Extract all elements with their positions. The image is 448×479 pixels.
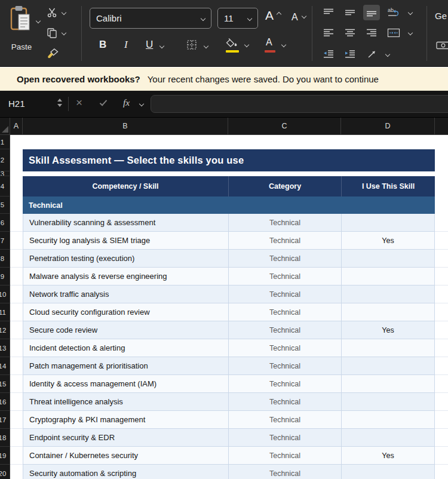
header-i-use-this-skill[interactable]: I Use This Skill — [341, 176, 435, 196]
row-header[interactable]: 5 — [0, 196, 10, 214]
skill-cell[interactable]: Secure code review — [23, 321, 228, 339]
row-header[interactable]: 17 — [0, 411, 10, 429]
row-header[interactable]: 15 — [0, 375, 10, 393]
cancel-button[interactable]: × — [76, 96, 82, 109]
category-cell[interactable]: Technical — [228, 393, 341, 410]
category-cell[interactable]: Technical — [228, 357, 341, 374]
use-skill-cell[interactable] — [341, 375, 435, 392]
row-header[interactable]: 6 — [0, 214, 10, 232]
row-header[interactable]: 4 — [0, 176, 10, 196]
header-category[interactable]: Category — [228, 176, 341, 196]
row-header[interactable]: 2 — [0, 149, 10, 171]
use-skill-cell[interactable] — [341, 339, 435, 357]
category-cell[interactable]: Technical — [228, 339, 341, 357]
align-left-button[interactable] — [320, 25, 337, 41]
skill-cell[interactable]: Malware analysis & reverse engineering — [23, 268, 228, 285]
skill-cell[interactable]: Patch management & prioritisation — [23, 357, 228, 374]
row-header[interactable]: 3 — [0, 171, 10, 176]
use-skill-cell[interactable] — [341, 465, 435, 479]
use-skill-cell[interactable] — [341, 411, 435, 428]
category-cell[interactable]: Technical — [228, 465, 341, 479]
use-skill-cell[interactable] — [341, 357, 435, 374]
skill-cell[interactable]: Threat intelligence analysis — [23, 393, 228, 410]
decrease-font-size-button[interactable]: A — [289, 10, 309, 29]
formula-input[interactable] — [151, 95, 448, 113]
fill-color-button[interactable] — [222, 36, 254, 56]
increase-font-size-button[interactable]: A — [263, 7, 284, 29]
row-header[interactable]: 8 — [0, 250, 10, 268]
row-header[interactable]: 7 — [0, 232, 10, 250]
align-bottom-button[interactable] — [363, 5, 380, 20]
column-header-e-partial[interactable] — [435, 118, 448, 134]
skill-cell[interactable]: Endpoint security & EDR — [23, 429, 228, 446]
copy-button[interactable] — [43, 25, 70, 42]
name-box[interactable]: H21 — [0, 91, 25, 117]
row-header[interactable]: 12 — [0, 321, 10, 339]
decrease-indent-button[interactable] — [320, 47, 337, 62]
wrap-text-button[interactable]: ab — [385, 5, 416, 22]
category-cell[interactable]: Technical — [228, 214, 341, 231]
italic-button[interactable]: I — [119, 37, 134, 55]
row-header[interactable]: 11 — [0, 303, 10, 321]
skill-cell[interactable]: Security automation & scripting — [23, 465, 228, 479]
row-header[interactable]: 18 — [0, 429, 10, 447]
number-format-select[interactable]: Ge — [435, 11, 448, 27]
skill-cell[interactable]: Network traffic analysis — [23, 285, 228, 303]
row-header[interactable]: 19 — [0, 447, 10, 465]
sheet-title-cell[interactable]: Skill Assessment — Select the skills you… — [23, 149, 435, 171]
column-header-d[interactable]: D — [341, 118, 435, 134]
use-skill-cell[interactable] — [341, 214, 435, 231]
align-right-button[interactable] — [363, 25, 380, 41]
row-header[interactable]: 16 — [0, 393, 10, 411]
category-cell[interactable]: Technical — [228, 303, 341, 321]
column-header-c[interactable]: C — [228, 118, 341, 134]
align-middle-button[interactable] — [342, 5, 358, 20]
orientation-button[interactable] — [363, 47, 394, 62]
bold-button[interactable]: B — [96, 37, 112, 55]
row-header[interactable]: 9 — [0, 268, 10, 285]
align-top-button[interactable] — [320, 5, 337, 20]
enter-button[interactable] — [100, 99, 107, 106]
skill-cell[interactable]: Incident detection & alerting — [23, 339, 228, 357]
skill-cell[interactable]: Vulnerability scanning & assessment — [23, 214, 228, 231]
merge-center-button[interactable] — [385, 25, 416, 41]
skill-cell[interactable]: Container / Kubernetes security — [23, 447, 228, 464]
category-cell[interactable]: Technical — [228, 250, 341, 267]
skill-cell[interactable]: Security log analysis & SIEM triage — [23, 232, 228, 249]
category-cell[interactable]: Technical — [228, 321, 341, 339]
borders-button[interactable] — [183, 37, 214, 55]
category-cell[interactable]: Technical — [228, 429, 341, 446]
cut-button[interactable] — [43, 5, 70, 22]
select-all-corner[interactable] — [0, 118, 10, 134]
row-header[interactable]: 10 — [0, 285, 10, 303]
skill-cell[interactable]: Cryptography & PKI management — [23, 411, 228, 428]
use-skill-cell[interactable]: Yes — [341, 232, 435, 249]
row-header[interactable]: 20 — [0, 465, 10, 479]
category-cell[interactable]: Technical — [228, 285, 341, 303]
use-skill-cell[interactable] — [341, 268, 435, 285]
column-header-a[interactable]: A — [10, 118, 23, 134]
section-header-cell[interactable]: Technical — [23, 196, 435, 214]
name-box-spinner[interactable] — [57, 99, 62, 107]
use-skill-cell[interactable] — [341, 429, 435, 446]
skill-cell[interactable]: Cloud security configuration review — [23, 303, 228, 321]
font-color-button[interactable]: A — [262, 36, 291, 56]
category-cell[interactable]: Technical — [228, 232, 341, 249]
font-size-select[interactable]: 11 — [217, 8, 258, 29]
category-cell[interactable]: Technical — [228, 447, 341, 464]
row-header[interactable]: 13 — [0, 339, 10, 357]
use-skill-cell[interactable]: Yes — [341, 321, 435, 339]
header-competency-skill[interactable]: Competency / Skill — [23, 176, 228, 196]
category-cell[interactable]: Technical — [228, 268, 341, 285]
skill-cell[interactable]: Identity & access management (IAM) — [23, 375, 228, 392]
use-skill-cell[interactable] — [341, 393, 435, 410]
use-skill-cell[interactable] — [341, 250, 435, 267]
insert-function-button[interactable]: fx — [123, 97, 130, 108]
empty-row-1[interactable] — [23, 135, 435, 149]
align-center-button[interactable] — [342, 25, 358, 41]
increase-indent-button[interactable] — [342, 47, 358, 62]
column-header-b[interactable]: B — [23, 118, 228, 134]
category-cell[interactable]: Technical — [228, 411, 341, 428]
use-skill-cell[interactable] — [341, 303, 435, 321]
paste-button[interactable]: Paste — [5, 2, 43, 65]
